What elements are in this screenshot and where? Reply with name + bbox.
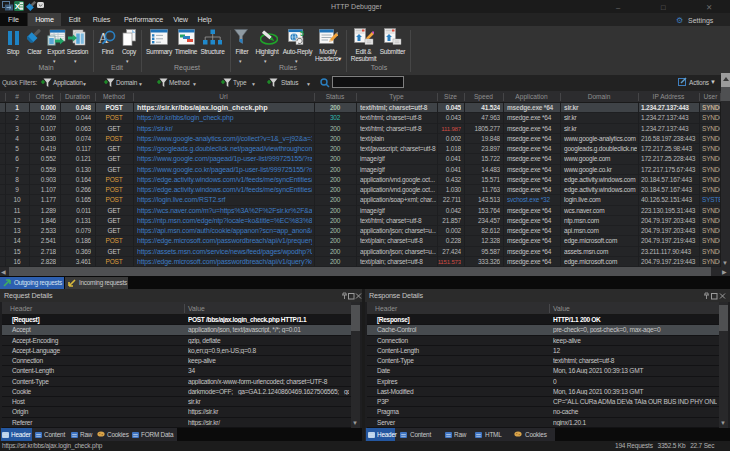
svg-text:X: X — [15, 2, 21, 11]
svg-text:5: 5 — [300, 30, 304, 37]
